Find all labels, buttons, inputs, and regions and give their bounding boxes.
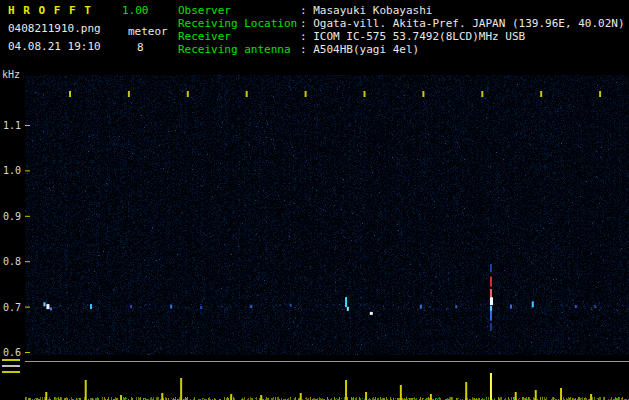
amplitude-canvas (25, 358, 629, 400)
meteor-count: 8 (137, 42, 144, 54)
scale-mark-top (2, 359, 20, 361)
info-label: Observer (178, 5, 231, 17)
file-name: 0408211910.png (8, 23, 101, 35)
scale-mark-bottom (2, 371, 20, 373)
freq-tick-label: 1.0 (3, 165, 21, 176)
hrofft-screenshot: H R O F F T 1.00 0408211910.png meteor 0… (0, 0, 629, 400)
info-value: : Ogata-vill. Akita-Pref. JAPAN (139.96E… (300, 18, 625, 30)
app-title: H R O F F T (8, 5, 92, 17)
freq-tick-label: 0.8 (3, 256, 21, 267)
info-value: : Masayuki Kobayashi (300, 5, 432, 17)
info-value: : A504HB(yagi 4el) (300, 44, 419, 56)
info-label: Receiving antenna (178, 44, 291, 56)
info-label: Receiving Location (178, 18, 297, 30)
app-version: 1.00 (122, 5, 149, 17)
info-label: Receiver (178, 31, 231, 43)
timestamp: 04.08.21 19:10 (8, 41, 101, 53)
mode-label: meteor (128, 26, 168, 38)
freq-tick-label: 0.7 (3, 302, 21, 313)
freq-tick-label: 0.9 (3, 211, 21, 222)
scale-mark-middle (2, 365, 20, 367)
freq-tick-label: 1.1 (3, 120, 21, 131)
info-value: : ICOM IC-575 53.7492(8LCD)MHz USB (300, 31, 525, 43)
freq-unit-label: kHz (2, 69, 20, 80)
spectrogram-canvas (25, 75, 629, 355)
freq-tick-label: 0.6 (3, 347, 21, 358)
